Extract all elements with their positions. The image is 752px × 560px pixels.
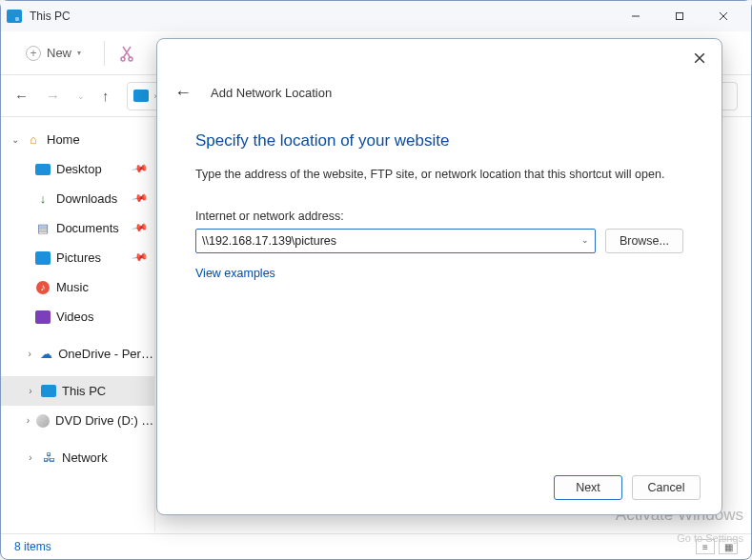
network-icon: 🖧 [41,450,56,466]
sidebar-item-label: Music [56,280,89,294]
pin-icon: 📌 [132,249,150,267]
home-icon: ⌂ [26,132,41,148]
item-count: 8 items [14,540,51,553]
dialog-close-button[interactable] [678,39,722,77]
sidebar-item-music[interactable]: ♪ Music [1,272,154,302]
desktop-icon [35,162,51,177]
address-input[interactable] [202,234,574,248]
dvd-icon [36,413,50,429]
dialog-header: ← Add Network Location [157,77,722,116]
dialog-footer: Next Cancel [157,461,722,514]
status-bar: 8 items ≡ ▦ [1,533,751,559]
chevron-down-icon[interactable]: ⌄ [581,235,589,245]
cloud-icon: ☁ [40,347,53,362]
sidebar-item-label: OneDrive - Personal [58,347,154,361]
maximize-button[interactable] [658,2,701,30]
sidebar-item-label: Documents [56,221,119,235]
navigation-pane: ⌄ ⌂ Home Desktop 📌 ↓ Downloads 📌 ▤ Docum… [1,117,155,532]
sidebar-item-label: Home [47,132,80,147]
window-titlebar: This PC [1,1,751,31]
address-pc-icon [133,90,149,102]
browse-button-label: Browse... [620,234,669,248]
page-heading: Specify the location of your website [195,131,683,150]
details-view-button[interactable]: ≡ [696,539,715,554]
nav-up-button[interactable]: ↑ [102,88,110,104]
sidebar-item-documents[interactable]: ▤ Documents 📌 [1,213,154,243]
new-button[interactable]: + New ▾ [16,42,91,65]
pin-icon: 📌 [132,190,150,208]
address-field-label: Internet or network address: [195,210,683,223]
nav-recent-dropdown[interactable]: ⌄ [77,91,85,101]
view-examples-label: View examples [195,267,275,280]
pin-icon: 📌 [132,160,150,178]
page-description: Type the address of the website, FTP sit… [195,168,683,181]
sidebar-item-network[interactable]: › 🖧 Network [1,443,154,472]
close-button[interactable] [701,2,745,30]
sidebar-item-downloads[interactable]: ↓ Downloads 📌 [1,184,154,213]
browse-button[interactable]: Browse... [605,229,683,253]
svg-point-4 [121,57,125,61]
plus-icon: + [26,46,41,61]
sidebar-item-onedrive[interactable]: › ☁ OneDrive - Personal [1,339,154,369]
sidebar-item-pictures[interactable]: Pictures 📌 [1,243,154,272]
sidebar-item-label: DVD Drive (D:) CCCOMA_X64FRE [55,413,154,428]
address-combobox[interactable]: ⌄ [195,229,596,253]
separator [104,41,105,66]
sidebar-item-this-pc[interactable]: › This PC [1,376,154,406]
next-button[interactable]: Next [554,475,622,500]
chevron-down-icon: ⌄ [10,134,20,145]
music-icon: ♪ [35,280,51,295]
next-button-label: Next [576,481,600,494]
wizard-back-button[interactable]: ← [174,83,192,103]
minimize-button[interactable] [614,2,658,30]
sidebar-item-dvd[interactable]: › DVD Drive (D:) CCCOMA_X64FRE [1,406,154,435]
new-button-label: New [47,46,71,60]
sidebar-item-videos[interactable]: Videos [1,302,154,331]
svg-point-5 [129,57,132,61]
pin-icon: 📌 [132,219,150,237]
view-examples-link[interactable]: View examples [195,267,683,280]
this-pc-icon [7,10,22,23]
view-toggle: ≡ ▦ [696,539,738,554]
downloads-icon: ↓ [35,191,51,207]
nav-back-button[interactable]: ← [14,88,29,104]
add-network-location-dialog: ← Add Network Location Specify the locat… [156,38,722,515]
pictures-icon [35,250,51,266]
sidebar-item-label: Pictures [56,250,101,265]
chevron-right-icon: › [26,452,35,463]
chevron-right-icon: › [26,415,30,426]
nav-forward-button[interactable]: → [46,88,60,104]
this-pc-icon [41,384,56,399]
sidebar-item-home[interactable]: ⌄ ⌂ Home [1,125,154,154]
sidebar-item-label: This PC [62,384,106,398]
cancel-button[interactable]: Cancel [632,475,701,500]
window-title: This PC [30,10,71,23]
cut-icon[interactable] [118,44,137,63]
sidebar-item-label: Network [62,450,108,465]
cancel-button-label: Cancel [648,481,685,494]
sidebar-item-label: Desktop [56,162,102,176]
sidebar-item-desktop[interactable]: Desktop 📌 [1,154,154,184]
sidebar-item-label: Downloads [56,191,117,206]
chevron-right-icon: › [26,386,35,396]
videos-icon [35,310,51,325]
wizard-title: Add Network Location [211,86,332,100]
svg-rect-1 [677,13,683,20]
chevron-right-icon: › [26,349,34,359]
sidebar-item-label: Videos [56,310,94,324]
dialog-body: Specify the location of your website Typ… [157,116,722,290]
dialog-titlebar [157,39,722,77]
tiles-view-button[interactable]: ▦ [719,539,738,554]
chevron-down-icon: ▾ [77,49,81,57]
documents-icon: ▤ [35,221,51,236]
